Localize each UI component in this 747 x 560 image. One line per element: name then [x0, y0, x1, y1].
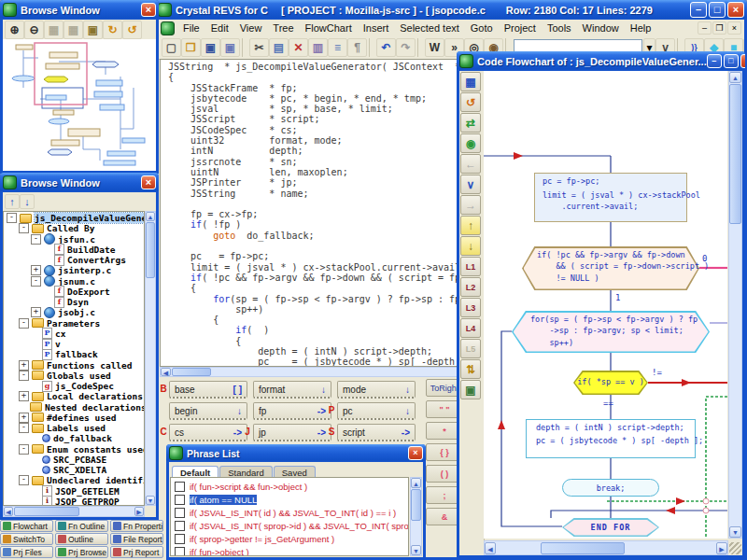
flow-rebuild-button[interactable]: ↺ [460, 92, 481, 112]
phrase-close-button[interactable]: × [408, 446, 423, 460]
token-mode[interactable]: mode↓ [337, 381, 416, 399]
checkbox-icon[interactable] [175, 508, 185, 518]
phrase-item[interactable]: if( JSVAL_IS_INT( sprop->id ) && JSVAL_T… [171, 519, 408, 532]
tree-item-parameters[interactable]: -Parameters [4, 318, 144, 329]
token-fp[interactable]: fp-> [253, 402, 331, 420]
resize-grip[interactable] [729, 542, 741, 554]
checkbox-icon[interactable] [175, 521, 185, 531]
flow-up-button[interactable]: ↑ [460, 216, 481, 235]
tree-collapse-icon[interactable]: - [19, 223, 29, 233]
token-script[interactable]: script-> [337, 424, 416, 441]
token-format[interactable]: format↓ [253, 381, 331, 399]
tree-item-jsnum-c[interactable]: -jsnum.c [4, 276, 144, 287]
tree-item-globals-used[interactable]: -Globals used [4, 371, 144, 381]
main-title-bar[interactable]: Crystal REVS for C [ PROJECT : Mozilla-j… [155, 0, 747, 20]
flow-node-end-for[interactable]: END FOR [562, 518, 659, 537]
rotate-cw-button[interactable]: ↻ [103, 21, 122, 39]
tree-collapse-icon[interactable]: - [7, 213, 17, 223]
zoom-in-button[interactable]: ⊕ [5, 21, 24, 39]
menu-window[interactable]: Window [577, 21, 625, 35]
thumb-close-button[interactable]: × [141, 3, 156, 17]
scroll-up-icon[interactable]: ▲ [411, 478, 421, 488]
checkbox-icon[interactable] [175, 495, 185, 505]
flow-level-2-button[interactable]: L2 [460, 277, 481, 297]
flow-node-if-pc-argv[interactable]: if( !pc && fp->argv && fp->down && ( scr… [522, 246, 699, 290]
save-all-button[interactable]: ▣ [220, 38, 240, 57]
tab-file-report[interactable]: File Report [110, 533, 163, 545]
flowchart-canvas[interactable]: pc = fp->pc;limit = ( jsval * ) cx->stac… [484, 71, 727, 539]
scroll-left-icon[interactable]: ◀ [161, 368, 171, 376]
tree-item-jsobj-c[interactable]: +jsobj.c [4, 307, 144, 317]
flow-maximize-button[interactable]: □ [724, 54, 739, 68]
menu-view[interactable]: View [234, 21, 268, 35]
menu-help[interactable]: Help [625, 21, 657, 35]
save-button[interactable]: ▣ [201, 38, 220, 57]
flow-level-1-button[interactable]: L1 [460, 257, 481, 276]
macro-button[interactable]: ≡ [328, 38, 347, 57]
scroll-down-icon[interactable]: ▼ [729, 526, 741, 538]
redo-button[interactable]: ↷ [396, 38, 416, 57]
flow-node-if-sp[interactable]: if( *sp == v ) [573, 371, 648, 395]
menu-tools[interactable]: Tools [542, 21, 577, 35]
flow-level-3-button[interactable]: L3 [460, 298, 481, 317]
phrase-item[interactable]: if( sprop->getter != js_GetArgument ) [171, 532, 408, 545]
flow-forward-button[interactable]: → [460, 195, 481, 215]
tree-item-do-fallback[interactable]: do_fallback [4, 433, 144, 443]
tree-item-src-pcbase[interactable]: SRC_PCBASE [4, 455, 144, 465]
tree-expand-icon[interactable]: + [31, 265, 41, 275]
tree-collapse-icon[interactable]: - [19, 423, 29, 433]
flow-level-4-button[interactable]: L4 [460, 318, 481, 338]
flowchart-thumbnail[interactable] [3, 39, 156, 171]
tree-item-undeclared-identifiers[interactable]: -Undeclared identifiers [4, 475, 144, 485]
flow-center-button[interactable]: ◉ [460, 133, 481, 153]
phrase-item[interactable]: if( fun->object ) [171, 545, 408, 556]
tree-item-fallback[interactable]: Pfallback [4, 349, 144, 359]
checkbox-icon[interactable] [175, 482, 185, 492]
tree-collapse-icon[interactable]: - [19, 371, 29, 381]
flow-node-for-loop[interactable]: for(sp = ( fp->sp < fp->argv ) ? fp ->sp… [512, 311, 710, 353]
zoom-out-button[interactable]: ⊖ [24, 21, 44, 39]
tab-flowchart[interactable]: Flowchart [0, 520, 53, 532]
thumb-title-bar[interactable]: Browse Window × [0, 0, 159, 20]
minimize-button[interactable]: – [690, 2, 707, 18]
flow-down-button[interactable]: ↓ [460, 236, 481, 256]
mdi-restore-button[interactable]: ❐ [712, 21, 726, 35]
tree-item-builddate[interactable]: fBuildDate [4, 245, 144, 255]
flow-fit-button[interactable]: ⇄ [460, 113, 481, 133]
tree-item-convertargs[interactable]: fConvertArgs [4, 255, 144, 265]
tree-close-button[interactable]: × [141, 175, 156, 189]
flow-node-assign-depth[interactable]: depth = ( intN ) script->depth;pc = ( js… [526, 419, 696, 458]
menu-file[interactable]: File [177, 21, 205, 35]
scroll-up-icon[interactable]: ▲ [729, 72, 741, 83]
flow-level-5-button[interactable]: L5 [460, 339, 481, 358]
menu-insert[interactable]: Insert [358, 21, 395, 35]
phrase-item[interactable]: if( atom == NULL [171, 493, 408, 506]
tab-prj-report[interactable]: Prj Report [110, 546, 163, 558]
tab-switchto[interactable]: SwitchTo [0, 533, 53, 545]
phrase-title-bar[interactable]: Phrase List × [166, 444, 426, 462]
flow-overview-button[interactable]: ▦ [460, 72, 481, 91]
flow-node-assign-pc[interactable]: pc = fp->pc;limit = ( jsval * ) cx->stac… [534, 173, 687, 222]
scroll-down-icon[interactable]: ▼ [411, 545, 421, 555]
tree-item-doexport[interactable]: fDoExport [4, 287, 144, 297]
tree-collapse-icon[interactable]: - [31, 234, 41, 245]
menu-flowchart[interactable]: FlowChart [300, 21, 358, 35]
menu-selected-text[interactable]: Selected text [394, 21, 465, 35]
flow-vscrollbar[interactable]: ▲ ▼ [728, 71, 742, 539]
tree-item-labels-used[interactable]: -Labels used [4, 423, 144, 433]
mdi-close-button[interactable]: × [727, 21, 741, 35]
tree-collapse-icon[interactable]: - [31, 276, 41, 287]
flow-back-button[interactable]: ← [460, 154, 481, 174]
close-button[interactable]: × [727, 2, 744, 18]
tree-item-jsop-getprop[interactable]: iJSOP_GETPROP [4, 497, 144, 506]
tree-item-enum-constants-used[interactable]: -Enum constants used [4, 444, 144, 455]
token-pc[interactable]: pc↓ [337, 402, 416, 420]
tree-vscrollbar[interactable]: ▲ ▼ [145, 211, 156, 506]
tab-fn-outline[interactable]: Fn Outline [55, 520, 108, 532]
scroll-down-icon[interactable]: ▼ [146, 496, 155, 505]
tree-expand-icon[interactable]: + [31, 307, 41, 317]
phrase-vscrollbar[interactable]: ▲ ▼ [410, 477, 422, 556]
tree-collapse-icon[interactable]: - [19, 444, 29, 455]
flow-close-button[interactable]: × [740, 54, 745, 68]
find-word-button[interactable]: W [425, 38, 444, 57]
